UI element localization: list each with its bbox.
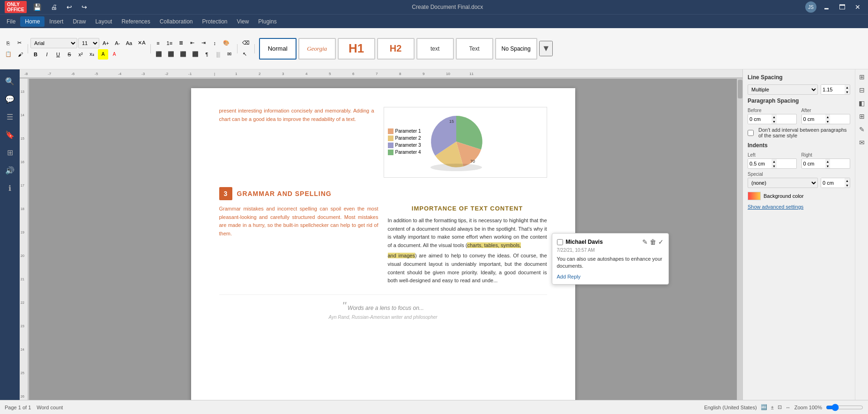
menu-insert[interactable]: Insert	[45, 16, 68, 27]
line-spacing-btn[interactable]: ↕	[209, 38, 220, 48]
increase-indent[interactable]: ⇥	[198, 38, 208, 48]
info-sidebar-icon[interactable]: ℹ	[2, 180, 18, 196]
comment-checkbox[interactable]	[557, 239, 563, 245]
strikethrough-btn[interactable]: S	[64, 49, 74, 60]
word-count-label[interactable]: Word count	[37, 405, 63, 410]
line-spacing-up[interactable]: ▲	[845, 85, 850, 90]
chart-icon[interactable]: ⊞	[856, 111, 868, 122]
bold-btn[interactable]: B	[30, 49, 41, 60]
window-close[interactable]: ✕	[852, 1, 863, 13]
style-gallery-expand[interactable]: ▼	[539, 41, 553, 56]
special-up[interactable]: ▲	[845, 178, 850, 183]
align-justify[interactable]: ⬛	[190, 49, 201, 60]
comment-edit-btn[interactable]: ✎	[642, 238, 648, 246]
panel-toggle-icon[interactable]: ⊞	[856, 71, 868, 83]
left-up[interactable]: ▲	[772, 159, 777, 164]
dont-add-interval-checkbox[interactable]	[748, 130, 754, 136]
font-color-btn[interactable]: A	[109, 49, 119, 60]
comment-resolve-btn[interactable]: ✓	[658, 238, 664, 246]
italic-btn[interactable]: I	[42, 49, 52, 60]
align-left[interactable]: ⬛	[153, 49, 164, 60]
special-down[interactable]: ▼	[845, 183, 850, 188]
menu-draw[interactable]: Draw	[68, 16, 90, 27]
clear-format[interactable]: ✕A	[135, 38, 148, 48]
mail-icon[interactable]: ✉	[856, 137, 868, 148]
right-up[interactable]: ▲	[825, 159, 831, 164]
style-text-small[interactable]: text	[416, 38, 454, 60]
comment-delete-btn[interactable]: 🗑	[650, 238, 656, 246]
cut-btn[interactable]: ✂	[14, 38, 24, 48]
align-right[interactable]: ⬛	[178, 49, 189, 60]
style-no-spacing[interactable]: No Spacing	[495, 38, 537, 60]
style-h1[interactable]: H1	[338, 38, 375, 60]
menu-view[interactable]: View	[232, 16, 254, 27]
search-sidebar-icon[interactable]: 🔍	[2, 73, 18, 89]
after-up[interactable]: ▲	[825, 114, 831, 119]
align-sidebar-icon[interactable]: ⊞	[2, 144, 18, 160]
change-case[interactable]: Aa	[124, 38, 134, 48]
pilcrow-btn[interactable]: ¶	[202, 49, 212, 60]
line-spacing-select[interactable]: Multiple	[748, 84, 818, 95]
window-minimize[interactable]: 🗕	[820, 1, 832, 13]
right-indent-value[interactable]	[802, 159, 825, 168]
font-size-select[interactable]: 11	[78, 38, 99, 48]
track-changes-icon[interactable]: ±	[771, 405, 774, 410]
font-grow[interactable]: A+	[100, 38, 111, 48]
left-indent-value[interactable]	[748, 159, 772, 168]
style-georgia[interactable]: Georgia	[298, 38, 336, 60]
style-h2[interactable]: H2	[377, 38, 415, 60]
bullets-btn[interactable]: ≡	[153, 38, 163, 48]
format-painter[interactable]: 🖌	[15, 49, 25, 60]
menu-file[interactable]: File	[2, 16, 20, 27]
fit-page-icon[interactable]: ⊡	[778, 404, 782, 410]
align-center[interactable]: ⬛	[165, 49, 177, 60]
special-select[interactable]: (none)	[748, 178, 818, 188]
fit-width-icon[interactable]: ↔	[786, 405, 791, 410]
before-value[interactable]	[748, 114, 772, 124]
special-size[interactable]	[821, 178, 845, 188]
comment-sidebar-icon[interactable]: 💬	[2, 91, 18, 107]
shading-btn[interactable]: ░	[213, 49, 223, 60]
eraser-btn[interactable]: ⌫	[240, 38, 252, 48]
menu-layout[interactable]: Layout	[90, 16, 117, 27]
zoom-slider[interactable]	[826, 404, 863, 411]
nav-sidebar-icon[interactable]: ☰	[2, 109, 18, 125]
right-down[interactable]: ▼	[825, 164, 831, 168]
before-down[interactable]: ▼	[772, 119, 777, 124]
select-btn[interactable]: ↖	[240, 49, 250, 60]
copy-btn[interactable]: ⎘	[3, 38, 13, 48]
print-btn[interactable]: 🖨	[48, 2, 60, 12]
window-maximize[interactable]: 🗖	[836, 1, 848, 13]
menu-references[interactable]: References	[117, 16, 155, 27]
vertical-scrollbar[interactable]	[737, 79, 742, 400]
line-spacing-down[interactable]: ▼	[845, 90, 850, 94]
decrease-indent[interactable]: ⇤	[187, 38, 197, 48]
left-down[interactable]: ▼	[772, 164, 777, 168]
bookmark-sidebar-icon[interactable]: 🔖	[2, 127, 18, 143]
menu-collaboration[interactable]: Collaboration	[155, 16, 198, 27]
undo-btn[interactable]: ↩	[64, 2, 75, 12]
after-down[interactable]: ▼	[825, 119, 831, 124]
numbering-btn[interactable]: 1≡	[164, 38, 175, 48]
mail-merge-btn[interactable]: ✉	[224, 49, 235, 60]
bg-color-swatch[interactable]	[748, 192, 761, 200]
image-icon[interactable]: ◧	[856, 98, 868, 109]
font-family-select[interactable]: Arial	[30, 38, 77, 48]
color-fill-btn[interactable]: 🎨	[221, 38, 232, 48]
signature-icon[interactable]: ✎	[856, 124, 868, 135]
spell-check-icon[interactable]: 🔤	[761, 404, 767, 410]
language-label[interactable]: English (United States)	[704, 405, 757, 410]
before-up[interactable]: ▲	[772, 114, 777, 119]
style-text[interactable]: Text	[456, 38, 493, 60]
redo-btn[interactable]: ↪	[79, 2, 90, 12]
menu-home[interactable]: Home	[20, 16, 45, 27]
save-btn[interactable]: 💾	[30, 2, 44, 12]
speaker-sidebar-icon[interactable]: 🔊	[2, 162, 18, 178]
table-icon[interactable]: ⊟	[856, 84, 868, 96]
line-spacing-value[interactable]	[821, 85, 845, 94]
underline-btn[interactable]: U	[53, 49, 63, 60]
multilevel-btn[interactable]: ≣	[176, 38, 186, 48]
font-shrink[interactable]: A-	[112, 38, 123, 48]
scrollbar-thumb[interactable]	[738, 80, 742, 98]
add-reply-btn[interactable]: Add Reply	[557, 274, 581, 279]
